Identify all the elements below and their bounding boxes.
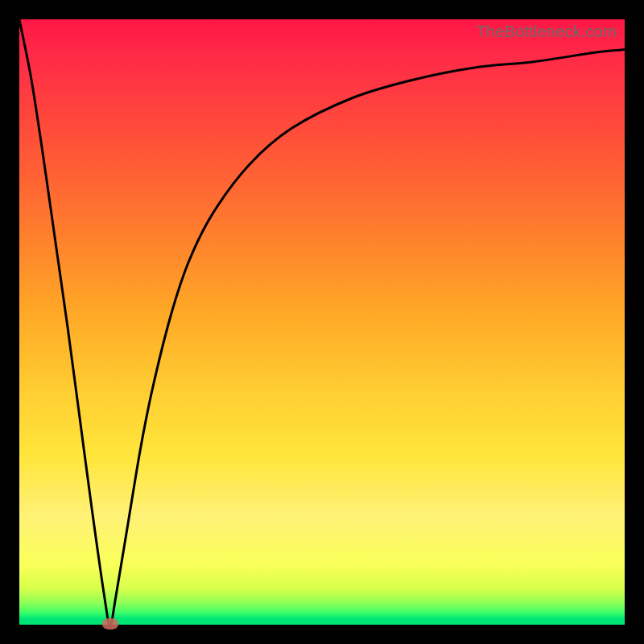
bottleneck-curve xyxy=(19,19,625,625)
plot-area: TheBottleneck.com xyxy=(19,19,625,625)
optimal-point-marker xyxy=(102,618,118,630)
chart-frame: TheBottleneck.com xyxy=(0,0,644,644)
